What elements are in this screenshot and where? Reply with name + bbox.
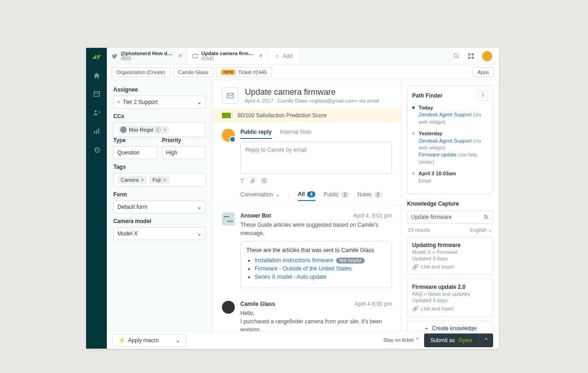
assignee-value: Tier 2 Support	[123, 99, 158, 105]
kc-language-select[interactable]: English ⌄	[470, 227, 492, 233]
tag-chip[interactable]: Camera✕	[117, 176, 147, 184]
timeline-item: April 3 10:03am Email	[412, 170, 488, 184]
camera-model-select[interactable]: Model X ⌄	[113, 227, 206, 240]
svg-rect-12	[472, 57, 474, 59]
twitter-icon	[111, 53, 118, 59]
footer-bar: ⚡ Apply macro ⌄ Stay on ticket ⌃ Submit …	[107, 331, 499, 349]
type-select[interactable]: Question	[113, 146, 157, 159]
kc-result-card[interactable]: Updating firmware Model X > Firmware Upd…	[407, 237, 493, 275]
cc-name: Max Regal	[129, 127, 153, 132]
article-link[interactable]: Installation instructions firmware	[255, 257, 333, 264]
breadcrumb-user[interactable]: Camile Glass	[173, 67, 213, 77]
remove-icon[interactable]: ✕	[163, 178, 166, 183]
camera-model-value: Model X	[117, 230, 138, 237]
close-icon[interactable]: ✕	[178, 53, 182, 59]
stay-on-ticket-toggle[interactable]: Stay on ticket ⌃	[384, 337, 419, 343]
svg-rect-3	[94, 131, 95, 134]
svg-point-16	[265, 180, 265, 180]
tab-internal-note[interactable]: Internal Note	[280, 129, 312, 139]
close-icon[interactable]: ✕	[259, 53, 263, 59]
tab-ticket-888[interactable]: @photonerd How do I reset... #888 ✕	[107, 48, 187, 64]
tab-public-reply[interactable]: Public reply	[240, 129, 272, 139]
text-format-icon[interactable]: T	[240, 178, 244, 184]
link-icon: 🔗	[412, 306, 419, 312]
apps-grid-icon[interactable]	[467, 52, 475, 60]
count-badge: 2	[374, 192, 382, 198]
type-label: Type	[113, 137, 157, 143]
svg-line-8	[457, 57, 459, 58]
svg-point-14	[262, 178, 267, 183]
ticket-chip-label: Ticket #2445	[238, 69, 267, 75]
message-author: Camile Glass	[240, 301, 275, 307]
tab-notes[interactable]: Notes 2	[357, 191, 382, 201]
channel-email-icon	[222, 87, 239, 104]
tag-chip[interactable]: Fuji✕	[149, 176, 169, 184]
svg-rect-9	[468, 53, 471, 56]
settings-icon[interactable]	[93, 145, 101, 154]
kc-search-input[interactable]: Update firmware	[407, 211, 493, 224]
tab-ticket-2445[interactable]: Update camera firmware #2445 ✕	[187, 48, 268, 64]
user-avatar[interactable]	[482, 51, 492, 61]
dot-icon	[412, 106, 415, 109]
apply-macro-button[interactable]: ⚡ Apply macro ⌄	[112, 334, 186, 347]
kc-result-card[interactable]: Firmware update 2.0 FAQ > News and updat…	[407, 279, 493, 317]
article-link[interactable]: Firmware - Outside of the United States	[255, 265, 352, 272]
svg-line-19	[487, 218, 489, 219]
tab-title: @photonerd How do I reset...	[121, 51, 174, 56]
message-time: April 4 8:00 pm	[355, 301, 392, 307]
emoji-icon[interactable]	[261, 178, 267, 184]
chevron-down-icon: ⌄	[275, 191, 280, 198]
tab-sub: #888	[121, 56, 174, 61]
link-insert-button[interactable]: 🔗 Link and insert	[412, 306, 488, 312]
path-link[interactable]: Firmware update	[419, 152, 457, 157]
path-link[interactable]: Zendesk Agent Support	[419, 112, 472, 117]
inbox-icon[interactable]	[93, 90, 101, 98]
kc-title: Knowledge Capture	[407, 201, 493, 207]
priority-select[interactable]: High	[162, 146, 206, 159]
message-time: April 4, 8:01 pm	[353, 212, 392, 219]
add-tab-button[interactable]: ＋ Add	[268, 48, 299, 64]
path-finder-title: Path Finder	[412, 92, 442, 99]
message-body: These Guide articles were suggested base…	[240, 221, 392, 237]
body-columns: Assignee Tier 2 Support ⌄ CCs Max Regal …	[107, 80, 499, 349]
home-icon[interactable]	[93, 72, 101, 80]
article-link[interactable]: Series X model - Auto update	[255, 274, 326, 280]
breadcrumb-ticket[interactable]: NEW Ticket #2445	[216, 67, 272, 77]
tab-conversation[interactable]: Conversation ⌄	[240, 191, 280, 201]
cc-chip[interactable]: Max Regal i ✕	[117, 126, 169, 134]
breadcrumb-org[interactable]: Organization (Create)	[111, 67, 170, 77]
ticket-header: Update camera firmware April 4, 2017 · C…	[213, 80, 401, 109]
path-link[interactable]: Zendesk Agent Support	[419, 138, 472, 143]
link-insert-button[interactable]: 🔗 Link and insert	[412, 264, 488, 270]
satisfaction-score: 80/100 Satisfaction Prediction Score	[213, 109, 401, 122]
message-author: Answer Bot	[240, 212, 271, 219]
new-badge: NEW	[221, 69, 235, 75]
ticket-icon	[192, 53, 198, 59]
assignee-label: Assignee	[113, 86, 206, 93]
reply-editor[interactable]: Reply to Camile by email	[240, 142, 392, 174]
customers-icon[interactable]	[93, 109, 101, 117]
remove-icon[interactable]: ✕	[140, 178, 144, 183]
form-select[interactable]: Default form ⌄	[113, 201, 206, 213]
assignee-select[interactable]: Tier 2 Support ⌄	[113, 96, 206, 109]
remove-icon[interactable]: ✕	[163, 127, 167, 132]
apps-button[interactable]: Apps	[472, 67, 494, 77]
tab-all[interactable]: All 4	[298, 191, 315, 201]
attachment-icon[interactable]	[250, 178, 256, 184]
submit-button[interactable]: Submit as Open ⌃	[424, 333, 493, 347]
ccs-input[interactable]: Max Regal i ✕	[113, 122, 206, 137]
walk-icon[interactable]	[478, 91, 488, 101]
conversation-filter-tabs: Conversation ⌄ | All 4 Public 2 Notes 2	[213, 189, 401, 206]
submit-dropdown[interactable]: ⌃	[479, 333, 493, 347]
reports-icon[interactable]	[93, 127, 101, 135]
search-icon	[483, 214, 489, 220]
suggested-articles: These are the articles that was sent to …	[240, 241, 392, 288]
add-tab-label: Add	[283, 53, 292, 59]
svg-rect-4	[96, 130, 97, 134]
tab-public[interactable]: Public 2	[324, 191, 349, 201]
avatar-icon	[120, 126, 127, 133]
search-icon[interactable]	[453, 52, 460, 60]
bot-avatar	[222, 212, 235, 225]
path-finder-card: Path Finder Today Zendesk Agent Support …	[407, 86, 493, 194]
tags-input[interactable]: Camera✕ Fuji✕	[113, 173, 206, 187]
